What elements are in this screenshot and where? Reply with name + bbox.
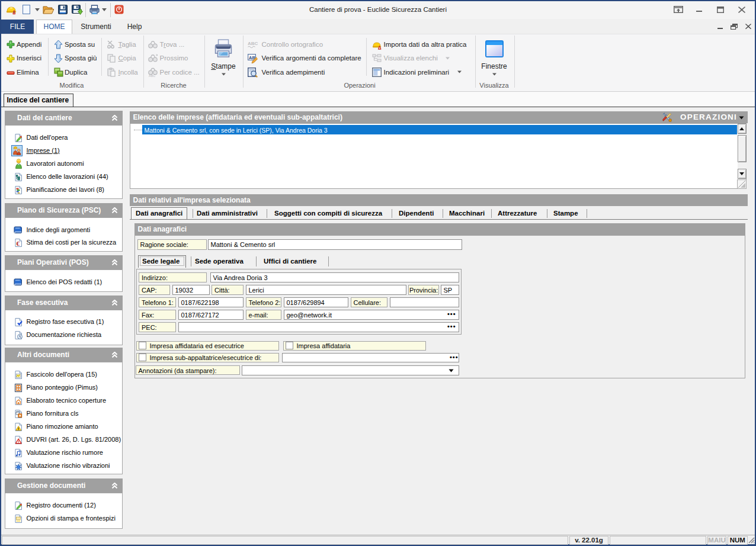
svg-text:ABC: ABC bbox=[248, 41, 258, 46]
svg-text:ABC: ABC bbox=[149, 74, 155, 77]
svg-text:€: € bbox=[17, 240, 20, 247]
